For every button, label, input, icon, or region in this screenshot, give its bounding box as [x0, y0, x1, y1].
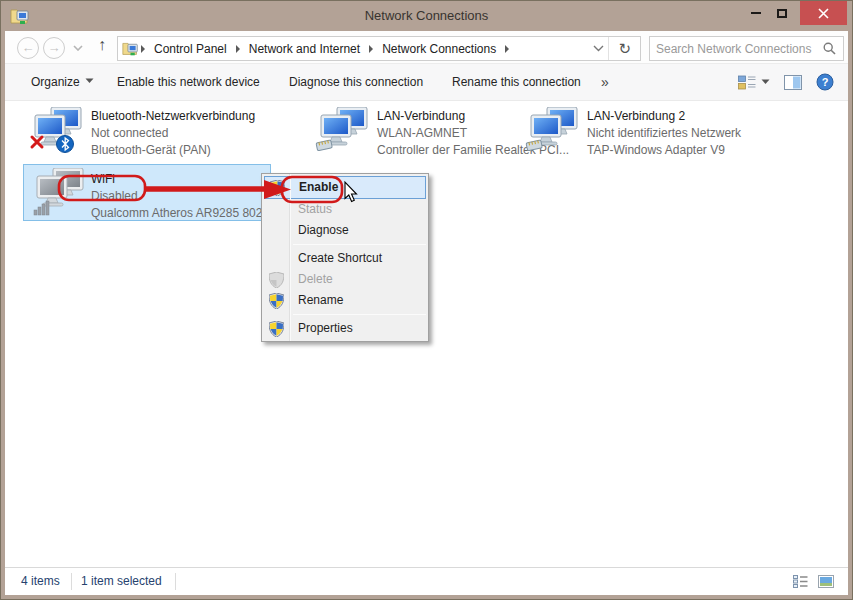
maximize-icon [777, 9, 787, 18]
selected-count: 1 item selected [81, 568, 162, 595]
context-menu: Enable Status Diagnose Create Shortcut D… [261, 173, 429, 342]
close-icon [818, 8, 829, 19]
menu-item-rename[interactable]: Rename [262, 290, 428, 311]
connection-device: TAP-Windows Adapter V9 [587, 142, 741, 159]
minimize-icon [751, 12, 761, 14]
ethernet-plug-icon [316, 140, 332, 151]
forward-button[interactable]: → [43, 37, 65, 59]
close-button[interactable] [800, 1, 847, 25]
uac-shield-icon [269, 293, 284, 309]
search-box [649, 36, 844, 61]
connection-device: Qualcomm Atheros AR9285 802.1... [91, 205, 282, 222]
menu-item-diagnose[interactable]: Diagnose [262, 220, 428, 241]
menu-item-status: Status [262, 199, 428, 220]
breadcrumb-location-icon [122, 40, 139, 57]
wifi-network-icon-disabled [31, 168, 85, 218]
help-button[interactable]: ? [816, 73, 834, 91]
command-toolbar: Organize Enable this network device Diag… [5, 64, 848, 101]
toolbar-overflow-button[interactable]: » [601, 64, 609, 100]
large-icons-view-button[interactable] [818, 575, 834, 588]
lan-network-icon [525, 107, 579, 157]
breadcrumb-item-control-panel[interactable]: Control Panel [147, 42, 234, 56]
window-title: Network Connections [1, 1, 852, 31]
address-dropdown-icon[interactable] [593, 45, 604, 52]
menu-separator [293, 314, 426, 315]
history-chevron-icon[interactable] [73, 45, 83, 51]
connection-status: Not connected [91, 125, 255, 142]
menu-separator [293, 244, 426, 245]
menu-item-delete: Delete [262, 269, 428, 290]
signal-bars-icon [34, 201, 49, 215]
status-bar: 4 items 1 item selected [5, 567, 848, 595]
menu-item-create-shortcut[interactable]: Create Shortcut [262, 248, 428, 269]
chevron-down-icon [761, 79, 770, 85]
item-count: 4 items [21, 568, 60, 595]
back-button[interactable]: ← [17, 37, 39, 59]
breadcrumb-separator-icon [141, 45, 145, 53]
search-icon[interactable] [823, 42, 836, 55]
divider [608, 37, 609, 60]
details-view-button[interactable] [793, 575, 808, 588]
divider [71, 573, 72, 590]
bluetooth-network-icon [29, 107, 83, 157]
breadcrumb-separator-icon [369, 45, 373, 53]
navigation-bar: ← → ↑ Control Panel Network and Internet… [5, 31, 848, 64]
chevron-down-icon [85, 78, 94, 84]
maximize-button[interactable] [769, 1, 795, 25]
connection-status: Disabled [91, 188, 282, 205]
uac-shield-icon-disabled [269, 272, 284, 288]
enable-device-button[interactable]: Enable this network device [117, 64, 260, 100]
search-input[interactable] [650, 42, 823, 56]
network-connections-window: Network Connections ← → ↑ Control Panel [0, 0, 853, 600]
breadcrumb-separator-icon [236, 45, 240, 53]
red-x-icon [32, 137, 42, 147]
minimize-button[interactable] [743, 1, 769, 25]
connection-status: Nicht identifiziertes Netzwerk [587, 125, 741, 142]
connection-name: Bluetooth-Netzwerkverbindung [91, 108, 255, 125]
connection-device: Bluetooth-Gerät (PAN) [91, 142, 255, 159]
svg-text:?: ? [822, 76, 829, 88]
breadcrumb[interactable]: Control Panel Network and Internet Netwo… [117, 36, 641, 61]
titlebar: Network Connections [1, 1, 852, 31]
ethernet-plug-icon [526, 140, 542, 151]
breadcrumb-separator-icon [505, 45, 509, 53]
menu-item-properties[interactable]: Properties [262, 318, 428, 339]
connection-name: WiFi [91, 171, 282, 188]
rename-connection-button[interactable]: Rename this connection [452, 64, 581, 100]
view-options-icon [738, 75, 756, 90]
connection-name: LAN-Verbindung 2 [587, 108, 741, 125]
change-view-button[interactable] [738, 75, 770, 90]
preview-pane-button[interactable] [784, 75, 802, 90]
breadcrumb-item-network-connections[interactable]: Network Connections [375, 42, 503, 56]
diagnose-connection-button[interactable]: Diagnose this connection [289, 64, 423, 100]
uac-shield-icon [270, 180, 285, 196]
lan-network-icon [315, 107, 369, 157]
refresh-button[interactable]: ↻ [613, 40, 636, 58]
breadcrumb-item-network-and-internet[interactable]: Network and Internet [242, 42, 367, 56]
menu-item-enable[interactable]: Enable [264, 176, 426, 199]
divider [175, 573, 176, 590]
organize-button[interactable]: Organize [31, 64, 94, 100]
uac-shield-icon [269, 321, 284, 337]
up-button[interactable]: ↑ [98, 36, 106, 54]
